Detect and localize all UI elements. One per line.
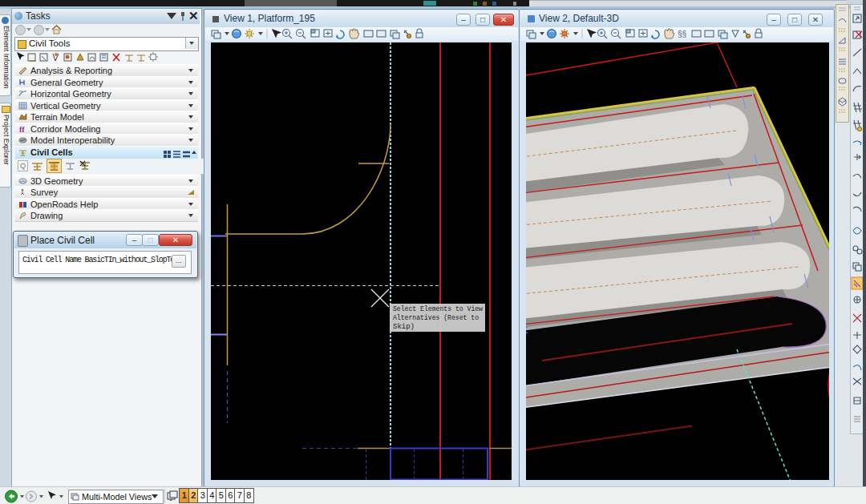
svg-text:Alternatives (Reset to: Alternatives (Reset to (393, 314, 479, 322)
svg-text:§§: §§ (678, 30, 686, 38)
svg-text:Skip): Skip) (393, 323, 415, 331)
svg-text:Select Elements to View: Select Elements to View (393, 305, 484, 313)
svg-text:ff: ff (19, 125, 25, 133)
svg-text:Q: Q (20, 162, 26, 170)
